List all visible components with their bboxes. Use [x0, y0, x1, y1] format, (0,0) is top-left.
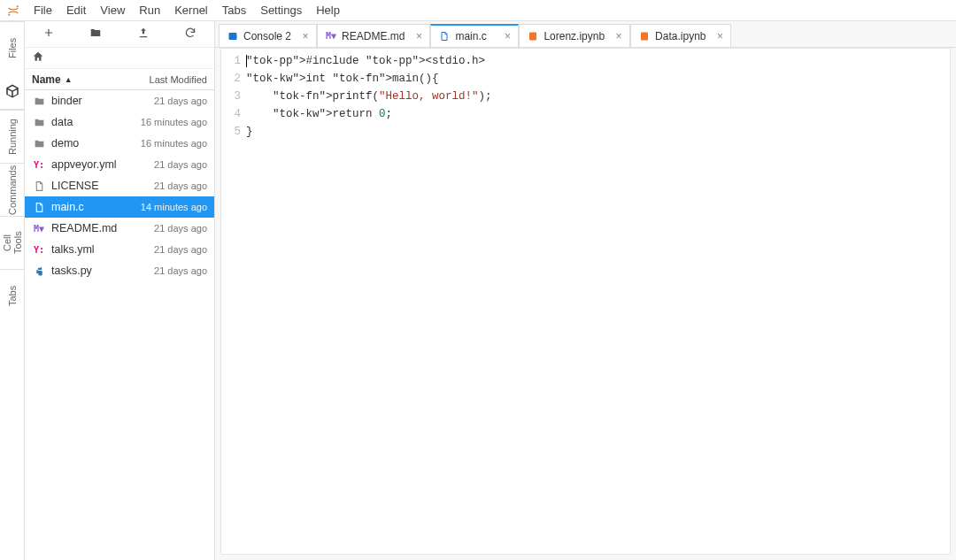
file-icon [32, 180, 46, 192]
file-modified-label: 21 days ago [126, 265, 207, 276]
file-browser: Name ▲ Last Modified binder21 days agoda… [25, 21, 215, 560]
editor-code[interactable]: "tok-pp">#include "tok-pp"><stdio.h>"tok… [246, 49, 950, 554]
editor-tab-lorenz-ipynb[interactable]: Lorenz.ipynb× [519, 24, 630, 47]
svg-rect-2 [229, 33, 237, 40]
upload-button[interactable] [120, 21, 167, 47]
close-icon[interactable]: × [612, 30, 626, 42]
file-browser-toolbar [25, 21, 214, 48]
folder-plus-icon [89, 27, 102, 42]
close-icon[interactable]: × [298, 30, 312, 42]
file-modified-label: 14 minutes ago [126, 202, 207, 212]
tab-label: main.c [455, 30, 493, 42]
file-name-label: binder [51, 95, 126, 107]
file-icon [32, 265, 46, 277]
code-line[interactable]: "tok-kw">int "tok-fn">main(){ [246, 70, 950, 88]
close-icon[interactable]: × [500, 30, 514, 42]
sort-asc-icon: ▲ [65, 75, 73, 84]
code-line[interactable]: "tok-kw">return 0; [246, 105, 950, 123]
folder-icon [32, 117, 46, 128]
file-modified-label: 21 days ago [126, 180, 207, 191]
file-name-label: appveyor.yml [51, 158, 126, 171]
code-editor[interactable]: 12345 "tok-pp">#include "tok-pp"><stdio.… [220, 48, 951, 555]
file-row-main-c[interactable]: main.c14 minutes ago [25, 196, 214, 218]
file-modified-label: 21 days ago [126, 244, 207, 255]
file-icon [32, 202, 46, 213]
plus-icon [42, 27, 55, 42]
file-modified-label: 16 minutes ago [126, 138, 207, 149]
menu-help[interactable]: Help [309, 0, 347, 21]
tab-label: Console 2 [243, 30, 291, 42]
file-browser-list: binder21 days agodata16 minutes agodemo1… [25, 90, 214, 560]
file-browser-header[interactable]: Name ▲ Last Modified [25, 69, 214, 90]
file-icon [438, 30, 451, 42]
activity-bar: Files Running Commands Cell Tools Tabs [0, 21, 25, 560]
menu-run[interactable]: Run [132, 0, 167, 21]
editor-tab-console-2[interactable]: Console 2× [219, 24, 317, 47]
file-icon: Y: [32, 245, 46, 255]
file-name-label: data [51, 116, 126, 128]
jupyter-logo-icon [5, 3, 21, 19]
editor-tab-data-ipynb[interactable]: Data.ipynb× [630, 24, 731, 47]
breadcrumb[interactable] [25, 48, 214, 69]
file-modified-label: 21 days ago [126, 223, 207, 234]
svg-rect-3 [529, 32, 536, 40]
file-name-label: README.md [51, 222, 126, 234]
code-line[interactable]: "tok-pp">#include "tok-pp"><stdio.h> [246, 52, 950, 70]
file-icon: Y: [32, 160, 46, 170]
file-row-tasks-py[interactable]: tasks.py21 days ago [25, 260, 214, 281]
menu-edit[interactable]: Edit [59, 0, 93, 21]
file-modified-label: 16 minutes ago [126, 117, 207, 127]
activity-tab-cell-tools[interactable]: Cell Tools [0, 216, 24, 269]
close-icon[interactable]: × [412, 30, 426, 42]
file-row-binder[interactable]: binder21 days ago [25, 90, 214, 111]
file-row-license[interactable]: LICENSE21 days ago [25, 175, 214, 196]
menu-kernel[interactable]: Kernel [167, 0, 215, 21]
new-launcher-button[interactable] [25, 21, 73, 47]
menu-tabs[interactable]: Tabs [215, 0, 253, 21]
home-icon [32, 50, 44, 65]
new-folder-button[interactable] [73, 21, 120, 47]
activity-tab-tabs[interactable]: Tabs [0, 269, 24, 322]
svg-point-1 [8, 13, 10, 15]
main-area: Files Running Commands Cell Tools Tabs [0, 21, 956, 560]
menu-file[interactable]: File [27, 0, 59, 21]
file-name-label: LICENSE [51, 180, 126, 192]
activity-tab-files[interactable]: Files [0, 21, 24, 74]
folder-icon [32, 138, 46, 150]
file-name-label: demo [51, 137, 126, 150]
notebook-icon [527, 30, 539, 42]
file-name-label: main.c [51, 201, 126, 213]
svg-rect-4 [641, 32, 648, 40]
tab-label: Lorenz.ipynb [544, 30, 605, 42]
file-modified-label: 21 days ago [126, 159, 207, 170]
activity-tab-commands[interactable]: Commands [0, 163, 24, 216]
file-row-appveyor-yml[interactable]: Y:appveyor.yml21 days ago [25, 154, 214, 175]
file-name-label: tasks.py [51, 265, 126, 277]
activity-tab-running[interactable]: Running [0, 110, 24, 163]
notebook-icon [638, 30, 651, 42]
console-icon [227, 30, 239, 42]
file-row-data[interactable]: data16 minutes ago [25, 111, 214, 133]
file-row-talks-yml[interactable]: Y:talks.yml21 days ago [25, 239, 214, 260]
file-row-demo[interactable]: demo16 minutes ago [25, 133, 214, 154]
upload-icon [137, 27, 150, 42]
editor-gutter: 12345 [221, 49, 246, 554]
menu-settings[interactable]: Settings [253, 0, 309, 21]
file-modified-label: 21 days ago [126, 96, 207, 106]
code-line[interactable]: "tok-fn">printf("Hello, world!"); [246, 88, 950, 105]
editor-tab-main-c[interactable]: main.c× [430, 24, 519, 47]
code-line[interactable]: } [246, 123, 950, 141]
refresh-button[interactable] [167, 21, 215, 47]
editor-tab-readme-md[interactable]: M▼README.md× [317, 24, 430, 47]
column-modified-label: Last Modified [127, 74, 207, 85]
tab-label: README.md [342, 30, 405, 42]
md-icon: M▼ [325, 30, 337, 42]
activity-tab-extensions[interactable] [0, 74, 24, 110]
file-row-readme-md[interactable]: M▼README.md21 days ago [25, 218, 214, 239]
folder-icon [32, 96, 46, 107]
tab-label: Data.ipynb [655, 30, 705, 42]
editor-area: Console 2×M▼README.md×main.c×Lorenz.ipyn… [215, 21, 956, 560]
close-icon[interactable]: × [713, 30, 727, 42]
menu-view[interactable]: View [93, 0, 132, 21]
cube-icon [4, 83, 20, 101]
